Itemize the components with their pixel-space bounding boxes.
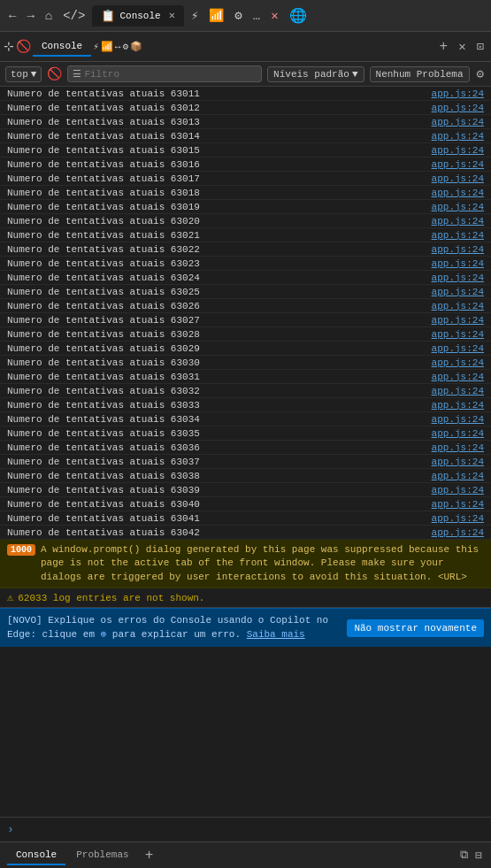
console-prompt-icon: › — [7, 823, 14, 836]
log-text: Numero de tentativas atuais 63028 — [7, 329, 432, 340]
bottom-tab-console[interactable]: Console — [7, 846, 65, 865]
log-text: Numero de tentativas atuais 63034 — [7, 414, 432, 425]
close-devtools-icon[interactable]: ✕ — [267, 6, 281, 25]
log-link[interactable]: app.js:24 — [432, 357, 484, 368]
log-text: Numero de tentativas atuais 63011 — [7, 88, 432, 99]
edge-logo-icon: 🌐 — [286, 5, 311, 27]
log-link[interactable]: app.js:24 — [432, 499, 484, 510]
log-link[interactable]: app.js:24 — [432, 414, 484, 425]
console-tab-browser[interactable]: 📋 Console ✕ — [92, 5, 183, 27]
more-options-icon[interactable]: … — [249, 7, 264, 25]
close-bottom-panel-icon[interactable]: ⊟ — [473, 847, 484, 864]
performance-icon[interactable]: ⚡ — [188, 6, 202, 25]
dont-show-again-button[interactable]: Não mostrar novamente — [347, 619, 484, 637]
log-link[interactable]: app.js:24 — [432, 315, 484, 326]
error-count-row: ⚠ 62033 log entries are not shown. — [0, 588, 491, 608]
log-link[interactable]: app.js:24 — [432, 400, 484, 411]
filter-input[interactable] — [84, 69, 257, 80]
level-dropdown-icon: ▼ — [31, 69, 37, 80]
log-link[interactable]: app.js:24 — [432, 442, 484, 453]
console-input[interactable] — [19, 825, 484, 835]
log-text: Numero de tentativas atuais 63014 — [7, 131, 432, 142]
info-learn-more-link[interactable]: Saiba mais — [247, 629, 305, 640]
console-log-area[interactable]: Numero de tentativas atuais 63011app.js:… — [0, 87, 491, 817]
log-link[interactable]: app.js:24 — [432, 273, 484, 283]
log-link[interactable]: app.js:24 — [432, 88, 484, 99]
log-link[interactable]: app.js:24 — [432, 372, 484, 382]
detach-icon[interactable]: ⊡ — [473, 37, 487, 56]
log-rows-container: Numero de tentativas atuais 63011app.js:… — [0, 87, 491, 540]
log-link[interactable]: app.js:24 — [432, 145, 484, 156]
log-link[interactable]: app.js:24 — [432, 230, 484, 241]
log-link[interactable]: app.js:24 — [432, 244, 484, 255]
split-pane-icon[interactable]: ⧉ — [458, 847, 470, 864]
log-link[interactable]: app.js:24 — [432, 386, 484, 396]
devtools-gear-icon[interactable]: ⚙ — [122, 41, 128, 52]
log-link[interactable]: app.js:24 — [432, 471, 484, 481]
devtools-ban-icon[interactable]: 🚫 — [16, 39, 31, 54]
console-settings-icon[interactable]: ⚙ — [475, 65, 486, 83]
level-selector[interactable]: top ▼ — [5, 66, 42, 82]
back-icon[interactable]: ← — [5, 7, 19, 25]
log-row: Numero de tentativas atuais 63029app.js:… — [0, 342, 491, 356]
log-levels-button[interactable]: Níveis padrão ▼ — [267, 66, 364, 82]
log-link[interactable]: app.js:24 — [432, 428, 484, 439]
log-link[interactable]: app.js:24 — [432, 117, 484, 127]
devtools-arrows-icon[interactable]: ↔ — [115, 42, 121, 52]
log-link[interactable]: app.js:24 — [432, 216, 484, 227]
log-link[interactable]: app.js:24 — [432, 343, 484, 354]
log-link[interactable]: app.js:24 — [432, 173, 484, 184]
log-text: Numero de tentativas atuais 63033 — [7, 400, 432, 411]
console-input-row: › — [0, 817, 491, 841]
add-panel-icon[interactable]: + — [436, 37, 452, 57]
network-icon[interactable]: 📶 — [205, 6, 227, 25]
code-icon[interactable]: </> — [59, 7, 88, 25]
log-link[interactable]: app.js:24 — [432, 188, 484, 198]
log-row: Numero de tentativas atuais 63034app.js:… — [0, 412, 491, 426]
log-row: Numero de tentativas atuais 63019app.js:… — [0, 200, 491, 214]
warning-text: A window.prompt() dialog generated by th… — [41, 543, 484, 584]
log-row: Numero de tentativas atuais 63035app.js:… — [0, 426, 491, 441]
log-row: Numero de tentativas atuais 63022app.js:… — [0, 242, 491, 257]
bottom-tabs-bar: Console Problemas + ⧉ ⊟ — [0, 841, 491, 868]
devtools-cursor-icon[interactable]: ⊹ — [4, 39, 14, 54]
log-link[interactable]: app.js:24 — [432, 485, 484, 495]
log-text: Numero de tentativas atuais 63035 — [7, 428, 432, 439]
log-levels-dropdown-icon: ▼ — [352, 69, 358, 80]
log-link[interactable]: app.js:24 — [432, 103, 484, 113]
forward-icon[interactable]: → — [23, 7, 37, 25]
log-link[interactable]: app.js:24 — [432, 513, 484, 524]
log-link[interactable]: app.js:24 — [432, 457, 484, 467]
devtools-pkg-icon[interactable]: 📦 — [130, 41, 142, 52]
log-link[interactable]: app.js:24 — [432, 258, 484, 269]
settings-wheel-icon[interactable]: ⚙ — [231, 6, 245, 25]
log-row: Numero de tentativas atuais 63028app.js:… — [0, 327, 491, 342]
log-text: Numero de tentativas atuais 63036 — [7, 442, 432, 453]
bottom-tab-problems[interactable]: Problemas — [67, 846, 137, 865]
log-row: Numero de tentativas atuais 63032app.js:… — [0, 384, 491, 398]
no-issues-label: Nenhum Problema — [376, 69, 464, 80]
log-link[interactable]: app.js:24 — [432, 202, 484, 212]
close-panel-icon[interactable]: ✕ — [455, 37, 469, 56]
log-row: Numero de tentativas atuais 63011app.js:… — [0, 87, 491, 101]
tab-console[interactable]: Console — [33, 37, 91, 57]
home-icon[interactable]: ⌂ — [42, 7, 56, 25]
log-link[interactable]: app.js:24 — [432, 329, 484, 340]
log-link[interactable]: app.js:24 — [432, 527, 484, 538]
log-link[interactable]: app.js:24 — [432, 301, 484, 311]
log-link[interactable]: app.js:24 — [432, 159, 484, 170]
log-text: Numero de tentativas atuais 63020 — [7, 216, 432, 227]
tab-close-icon[interactable]: ✕ — [169, 9, 175, 22]
log-row: Numero de tentativas atuais 63015app.js:… — [0, 143, 491, 157]
no-issues-button[interactable]: Nenhum Problema — [370, 66, 470, 82]
log-link[interactable]: app.js:24 — [432, 131, 484, 142]
log-text: Numero de tentativas atuais 63021 — [7, 230, 432, 241]
devtools-perf-icon[interactable]: ⚡ — [93, 41, 99, 52]
filter-icon: ☰ — [73, 68, 81, 80]
log-link[interactable]: app.js:24 — [432, 287, 484, 297]
clear-console-icon[interactable]: 🚫 — [47, 66, 62, 81]
add-tab-icon[interactable]: + — [140, 846, 159, 865]
log-text: Numero de tentativas atuais 63040 — [7, 499, 432, 510]
log-text: Numero de tentativas atuais 63017 — [7, 173, 432, 184]
devtools-net-icon[interactable]: 📶 — [101, 41, 113, 52]
